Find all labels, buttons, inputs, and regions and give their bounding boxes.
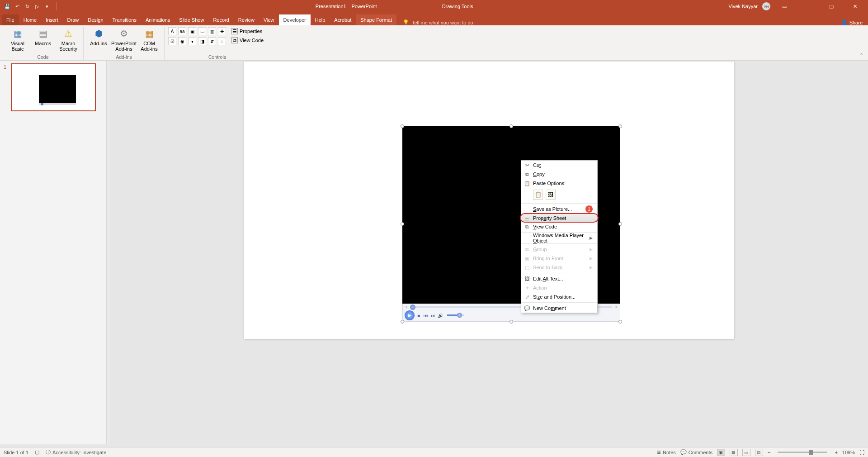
menu-copy[interactable]: ⧉Copy [521, 170, 597, 179]
list-box-control-icon[interactable]: ▥ [208, 27, 216, 35]
menu-property-sheet[interactable]: ☰ Property Sheet [521, 214, 597, 222]
collapse-ribbon-icon[interactable]: ⌃ [858, 51, 865, 60]
mute-button[interactable]: 🔊 [437, 311, 443, 319]
option-button-control-icon[interactable]: ◉ [178, 37, 186, 45]
tab-review[interactable]: Review [234, 14, 259, 25]
slideshow-view-icon[interactable]: ▤ [755, 449, 763, 456]
tab-slideshow[interactable]: Slide Show [175, 14, 208, 25]
scissors-icon: ✂ [524, 162, 530, 168]
menu-wmp-object[interactable]: Windows Media Player Object▶ [521, 233, 597, 243]
tab-file[interactable]: File [2, 14, 19, 25]
menu-view-code[interactable]: ⧉View Code [521, 222, 597, 231]
zoom-slider[interactable] [778, 452, 827, 453]
window-title: Presentation1 - PowerPoint Drawing Tools [60, 4, 728, 9]
resize-handle-w[interactable] [401, 222, 404, 226]
zoom-in-button[interactable]: + [835, 450, 837, 455]
undo-icon[interactable]: ↶ [14, 3, 21, 10]
seek-knob[interactable] [410, 305, 415, 310]
zoom-knob[interactable] [809, 450, 813, 455]
tab-acrobat[interactable]: Acrobat [330, 14, 356, 25]
resize-handle-se[interactable] [618, 320, 622, 324]
maximize-icon[interactable]: ▢ [822, 0, 841, 13]
seek-begin-icon[interactable]: ≡ [406, 305, 407, 309]
slide-editor[interactable]: ≡ ≡ ▶ ■ ⏮ ⏭ 🔊 [110, 61, 868, 444]
menu-cut[interactable]: ✂Cut [521, 161, 597, 170]
volume-knob[interactable] [457, 313, 462, 318]
media-player-object[interactable]: ≡ ≡ ▶ ■ ⏮ ⏭ 🔊 [402, 126, 620, 322]
toggle-button-control-icon[interactable]: ◨ [198, 37, 206, 45]
label-control-icon[interactable]: aa [178, 27, 186, 35]
tell-me-search[interactable]: 💡 Tell me what you want to do [403, 19, 473, 25]
tab-home[interactable]: Home [19, 14, 41, 25]
volume-slider[interactable] [447, 314, 464, 316]
stop-button[interactable]: ■ [415, 311, 422, 319]
start-from-beginning-icon[interactable]: ▷ [33, 3, 41, 10]
com-addins-button[interactable]: ▦COM Add-ins [138, 27, 160, 52]
user-name[interactable]: Vivek Nayyar [728, 4, 758, 9]
resize-handle-nw[interactable] [401, 124, 404, 128]
fit-to-window-icon[interactable]: ⛶ [859, 450, 864, 455]
resize-handle-sw[interactable] [401, 320, 404, 324]
save-icon[interactable]: 💾 [4, 3, 11, 10]
tab-design[interactable]: Design [83, 14, 108, 25]
redo-icon[interactable]: ↻ [24, 3, 31, 10]
spell-check-icon[interactable]: ▢ [35, 449, 39, 455]
resize-handle-ne[interactable] [618, 124, 622, 128]
tab-record[interactable]: Record [208, 14, 233, 25]
resize-handle-e[interactable] [618, 222, 622, 226]
share-button[interactable]: 👤 Share [841, 19, 863, 25]
slide-canvas[interactable]: ≡ ≡ ▶ ■ ⏮ ⏭ 🔊 [244, 62, 734, 339]
qat-customize-icon[interactable]: ▾ [43, 3, 51, 10]
paste-keep-formatting-icon[interactable]: 📋 [533, 190, 543, 200]
tab-help[interactable]: Help [311, 14, 330, 25]
resize-handle-n[interactable] [509, 124, 513, 128]
tab-view[interactable]: View [259, 14, 279, 25]
tab-transitions[interactable]: Transitions [108, 14, 141, 25]
play-button[interactable]: ▶ [405, 310, 415, 320]
zoom-out-button[interactable]: − [768, 450, 770, 455]
scroll-bar-control-icon[interactable]: ↕ [218, 37, 226, 45]
ppt-addins-button[interactable]: ⚙PowerPoint Add-ins [113, 27, 135, 52]
addins-button[interactable]: ⬢Add-ins [87, 27, 110, 46]
image-control-icon[interactable]: ▣ [188, 27, 196, 35]
slide-thumbnail-pane[interactable]: 1 [0, 61, 107, 444]
minimize-icon[interactable]: — [798, 0, 817, 13]
spin-button-control-icon[interactable]: ⇵ [208, 37, 216, 45]
frame-control-icon[interactable]: ▭ [198, 27, 206, 35]
next-button[interactable]: ⏭ [430, 311, 436, 319]
view-code-button[interactable]: ⧉View Code [229, 36, 266, 44]
menu-edit-alt-text[interactable]: 🖼Edit Alt Text... [521, 274, 597, 283]
more-controls-icon[interactable]: ✚ [218, 27, 226, 35]
user-avatar[interactable]: VN [762, 2, 770, 10]
tab-insert[interactable]: Insert [41, 14, 63, 25]
tab-developer[interactable]: Developer [279, 14, 311, 25]
paste-picture-icon[interactable]: 🖼 [546, 190, 556, 200]
visual-basic-button[interactable]: ▦Visual Basic [6, 27, 29, 52]
accessibility-status[interactable]: ⓘAccessibility: Investigate [46, 449, 106, 456]
normal-view-icon[interactable]: ▣ [717, 449, 725, 456]
slide-counter[interactable]: Slide 1 of 1 [4, 450, 28, 455]
prev-button[interactable]: ⏮ [423, 311, 429, 319]
tab-shape-format[interactable]: Shape Format [356, 14, 396, 25]
ribbon-display-options-icon[interactable]: ▭ [775, 0, 794, 13]
slide-thumbnail-1[interactable]: 1 [11, 63, 96, 111]
comments-button[interactable]: 💬Comments [680, 449, 712, 455]
macro-security-button[interactable]: ⚠Macro Security [57, 27, 80, 52]
properties-button[interactable]: ☰Properties [229, 27, 266, 35]
menu-size-and-position[interactable]: ⤢Size and Position... [521, 292, 597, 301]
menu-new-comment[interactable]: 💬New Comment [521, 304, 597, 313]
notes-button[interactable]: ≣Notes [657, 449, 676, 455]
text-box-control-icon[interactable]: A [168, 27, 176, 35]
check-box-control-icon[interactable]: ☑ [168, 37, 176, 45]
zoom-level[interactable]: 109% [842, 450, 855, 455]
seek-end-icon[interactable]: ≡ [615, 305, 617, 309]
resize-handle-s[interactable] [509, 320, 513, 324]
tab-animations[interactable]: Animations [141, 14, 175, 25]
combo-box-control-icon[interactable]: ▾ [188, 37, 196, 45]
close-icon[interactable]: ✕ [845, 0, 864, 13]
reading-view-icon[interactable]: ▭ [742, 449, 750, 456]
slide-sorter-view-icon[interactable]: ▦ [730, 449, 738, 456]
tab-draw[interactable]: Draw [63, 14, 84, 25]
menu-save-as-picture[interactable]: Save as Picture...1 [521, 205, 597, 214]
macros-button[interactable]: ▤Macros [32, 27, 54, 46]
